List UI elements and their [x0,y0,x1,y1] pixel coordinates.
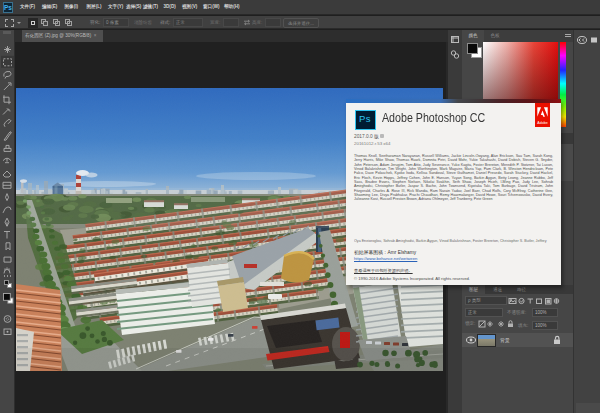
svg-text:Adobe: Adobe [537,120,547,124]
